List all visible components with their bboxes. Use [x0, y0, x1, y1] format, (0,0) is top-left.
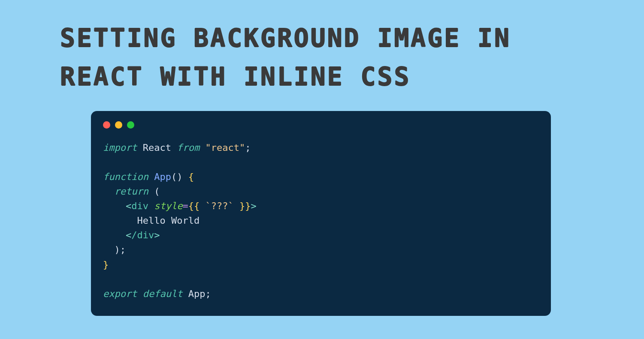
- brace: {: [194, 201, 200, 211]
- code-block: import React from "react"; function App(…: [103, 141, 539, 301]
- brace: {: [188, 201, 194, 211]
- paren-close: ): [115, 244, 120, 255]
- window-controls: [103, 121, 539, 129]
- semicolon: ;: [245, 142, 251, 153]
- string-react: "react": [205, 142, 245, 153]
- jsx-lt: <: [126, 201, 131, 211]
- jsx-gt: >: [251, 201, 256, 211]
- indent: [103, 244, 115, 255]
- space: [234, 201, 239, 211]
- text-hello-world: Hello World: [137, 215, 200, 226]
- brace: }: [239, 201, 245, 211]
- keyword-function: function: [103, 171, 148, 182]
- equals: =: [182, 201, 188, 211]
- close-icon: [103, 121, 110, 129]
- jsx-tag-div: div: [131, 201, 148, 211]
- parens: (): [171, 171, 183, 182]
- jsx-attr-style: style: [154, 201, 182, 211]
- keyword-default: default: [143, 288, 183, 299]
- identifier-app: App: [188, 288, 206, 299]
- page-title: SETTING BACKGROUND IMAGE IN REACT WITH I…: [60, 19, 584, 96]
- space: [148, 201, 154, 211]
- indent: [103, 230, 126, 240]
- paren-open: (: [154, 186, 160, 197]
- identifier-react: React: [143, 142, 171, 153]
- indent: [103, 201, 126, 211]
- minimize-icon: [115, 121, 122, 129]
- function-name: App: [154, 171, 171, 182]
- semicolon: ;: [205, 288, 211, 299]
- brace-close: }: [103, 259, 109, 270]
- jsx-tag-div-close: div: [137, 230, 154, 240]
- code-editor-window: import React from "react"; function App(…: [91, 111, 551, 316]
- keyword-from: from: [177, 142, 200, 153]
- brace-open: {: [188, 171, 194, 182]
- jsx-lt: <: [126, 230, 131, 240]
- jsx-slash: /: [131, 230, 137, 240]
- maximize-icon: [127, 121, 134, 129]
- keyword-import: import: [103, 142, 137, 153]
- indent: [103, 186, 115, 197]
- keyword-export: export: [103, 288, 137, 299]
- keyword-return: return: [115, 186, 148, 197]
- jsx-gt: >: [154, 230, 160, 240]
- brace: }: [245, 201, 251, 211]
- template-literal: `???`: [205, 201, 233, 211]
- space: [200, 201, 205, 211]
- indent: [103, 215, 137, 226]
- semicolon: ;: [120, 244, 126, 255]
